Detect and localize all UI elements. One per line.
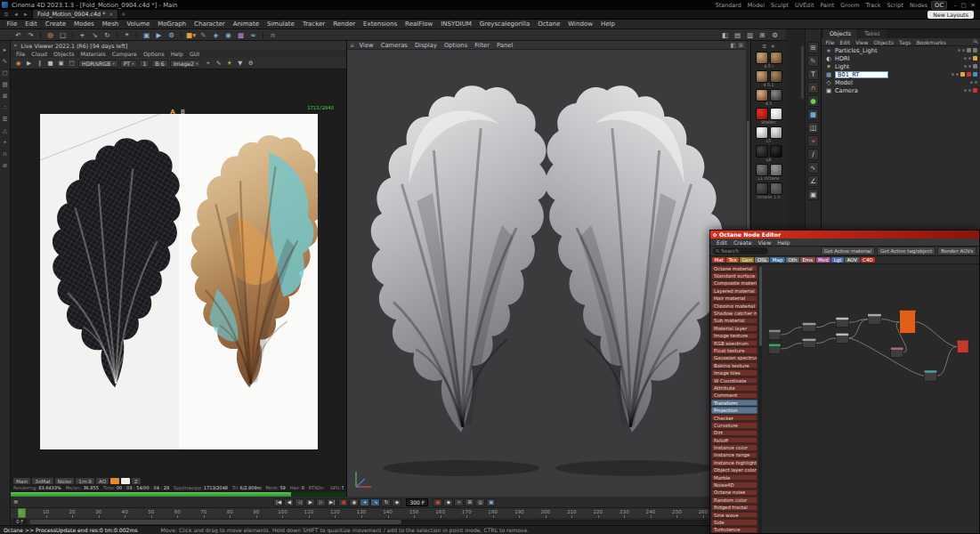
node-category-oth[interactable]: Oth — [786, 257, 799, 263]
node-type-object-layer-color[interactable]: Object layer color — [711, 467, 757, 473]
node-type-image-tiles[interactable]: Image tiles — [711, 369, 757, 376]
layout-tab-nodes[interactable]: Nodes — [910, 2, 927, 9]
add-document-icon[interactable]: + — [121, 11, 126, 18]
measure-icon[interactable]: ∠ — [807, 175, 819, 187]
layout-tab-model[interactable]: Model — [748, 2, 765, 9]
node-category-ems[interactable]: Ems — [800, 257, 815, 263]
node-type-composite-material[interactable]: Composite material — [711, 280, 757, 287]
node-type-octane-noise[interactable]: Octane noise — [711, 490, 757, 496]
node-type-curvature[interactable]: Curvature — [711, 422, 757, 428]
node-category-tex[interactable]: Tex — [726, 257, 739, 263]
node-type-ridged-fractal[interactable]: Ridged fractal — [711, 505, 757, 511]
om-menu-bookmarks[interactable]: Bookmarks — [914, 39, 949, 45]
polygons-mode-icon[interactable]: △ — [1, 126, 10, 135]
om-menu-view[interactable]: View — [854, 39, 871, 45]
node-type-layered-material[interactable]: Layered material — [711, 287, 757, 294]
ne-menu-create[interactable]: Create — [731, 239, 755, 246]
layout-tab-standard[interactable]: Standard — [716, 2, 741, 9]
tag-icon[interactable] — [960, 72, 965, 77]
solo-icon[interactable]: ◎ — [475, 498, 485, 506]
tag-icon[interactable] — [973, 56, 977, 61]
colorspace-dropdown[interactable]: HDR/sRGB▾ — [78, 60, 118, 68]
node-category-map[interactable]: Map — [770, 257, 785, 263]
snap-icon[interactable]: ∩ — [1, 150, 10, 158]
viewport-settings-icon[interactable]: ⚙ — [769, 29, 781, 40]
sphere-icon[interactable]: ● — [807, 95, 819, 107]
hamburger-icon[interactable]: ≡ — [350, 42, 354, 48]
render-picture-viewer-icon[interactable]: ▶ — [153, 29, 165, 40]
text-tool-icon[interactable]: T — [807, 69, 819, 80]
volume-icon[interactable]: ▩ — [235, 29, 247, 40]
nav-back-icon[interactable]: ◂ — [12, 11, 20, 18]
snap-icon[interactable]: ∩ — [267, 29, 279, 40]
menu-extensions[interactable]: Extensions — [360, 20, 401, 28]
lock-icon[interactable]: ⊘ — [1, 161, 10, 170]
move-icon[interactable]: + — [77, 29, 88, 40]
material-thumbnail[interactable]: 4.5 — [756, 88, 782, 107]
timeline-ruler[interactable]: 0102030405060708090100110120130140150160… — [11, 507, 709, 518]
tag-icon[interactable] — [967, 72, 971, 77]
vp-menu-options[interactable]: Options — [441, 42, 470, 49]
spline-icon[interactable]: ∿ — [807, 162, 819, 174]
frame-range-label[interactable]: 0 F — [13, 519, 27, 524]
material-thumbnail[interactable]: L4 — [756, 144, 782, 163]
snap-grid-icon[interactable]: ⊞ — [465, 498, 474, 506]
pen-tool-icon[interactable]: ✎ — [807, 55, 819, 67]
menu-create[interactable]: Create — [41, 20, 69, 28]
render-view[interactable] — [40, 114, 318, 449]
node-type-image-texture[interactable]: Image texture — [711, 333, 757, 339]
mirror-icon[interactable]: ◫ — [807, 122, 819, 134]
keyframe-selection-icon[interactable]: ◆ — [443, 498, 453, 506]
node-type-octane-material[interactable]: Octane material — [711, 265, 757, 271]
redo-icon[interactable]: ↷ — [25, 29, 36, 40]
node-category-mat[interactable]: Mat — [712, 257, 725, 263]
node-type-instance-range[interactable]: Instance range — [711, 452, 757, 458]
search-icon[interactable]: ⚲ — [972, 37, 980, 45]
new-layouts-button[interactable]: New Layouts — [927, 11, 974, 19]
close-button[interactable]: ✕ — [971, 2, 976, 9]
ne-menu-edit[interactable]: Edit — [714, 239, 730, 246]
node-type-attribute[interactable]: Attribute — [711, 384, 757, 391]
tag-icon[interactable] — [967, 48, 971, 53]
om-menu-tags[interactable]: Tags — [897, 39, 913, 45]
node-type-instance-color[interactable]: Instance color — [711, 444, 757, 450]
menu-modes[interactable]: Modes — [70, 20, 99, 28]
render-settings-icon[interactable]: ⚙ — [166, 29, 177, 40]
array-icon[interactable]: ⊞ — [807, 42, 819, 53]
layout-tab-groom[interactable]: Groom — [840, 2, 859, 9]
object-row-model[interactable]: ◇Model — [822, 78, 980, 86]
vp-menu-cameras[interactable]: Cameras — [377, 42, 410, 49]
node-editor-title-bar[interactable]: Octane Node Editor — [710, 231, 979, 239]
visibility-dot[interactable] — [956, 73, 959, 76]
visibility-dot[interactable] — [968, 65, 971, 68]
texture-mode-icon[interactable]: ▨ — [1, 80, 10, 89]
z-depth-tab[interactable]: Z — [132, 478, 141, 484]
menu-window[interactable]: Window — [564, 20, 597, 28]
node-type-gaussian-spectrum[interactable]: Gaussian spectrum — [711, 355, 757, 361]
node-type-clipping-material[interactable]: Clipping material — [711, 303, 757, 309]
material-thumbnail[interactable]: Shader — [756, 107, 782, 125]
viewport-canvas[interactable] — [347, 50, 746, 497]
visibility-dot[interactable] — [964, 57, 967, 60]
menu-tracker[interactable]: Tracker — [298, 20, 328, 28]
minimize-button[interactable]: – — [953, 2, 956, 9]
layout-tab-track[interactable]: Track — [866, 2, 881, 9]
lv-menu-file[interactable]: File — [13, 51, 28, 57]
material-thumbnail[interactable]: Octane 1.0 — [756, 182, 782, 200]
visibility-dot[interactable] — [968, 89, 971, 92]
lv-menu-gui[interactable]: GUI — [187, 51, 202, 57]
node-category-gen[interactable]: Gen — [740, 257, 754, 263]
parameter-key-icon[interactable]: ◆ — [392, 498, 401, 506]
rotation-key-icon[interactable]: ↻ — [381, 498, 391, 506]
previous-frame-icon[interactable]: ◀ — [284, 498, 294, 506]
node-type-comment[interactable]: Comment — [711, 392, 757, 399]
node-type-noise4d[interactable]: Noise4D — [711, 481, 757, 488]
single-view-icon[interactable]: ◧ — [730, 42, 735, 49]
nav-forward-icon[interactable]: ▸ — [22, 11, 29, 18]
object-row-hdri[interactable]: ◐HDRI — [822, 54, 980, 62]
sun-icon[interactable]: ☀ — [224, 59, 234, 69]
focus-picker-icon[interactable]: ⌖ — [203, 59, 213, 69]
visibility-dot[interactable] — [964, 65, 967, 68]
node-graph[interactable] — [762, 264, 979, 533]
render-marker-icon[interactable]: ▣ — [486, 498, 496, 506]
